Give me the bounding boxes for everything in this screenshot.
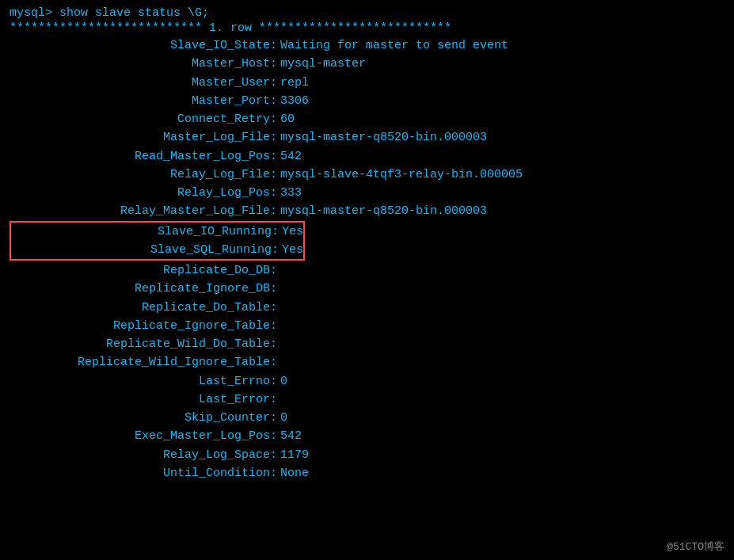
table-row: Connect_Retry: 60 [10,110,724,128]
table-row: Exec_Master_Log_Pos: 542 [10,427,724,445]
field-name: Until_Condition: [10,464,279,482]
field-name: Replicate_Ignore_DB: [10,280,279,298]
field-name: Master_Log_File: [10,128,279,147]
table-row: Replicate_Do_DB: [10,261,724,280]
field-name: Replicate_Wild_Ignore_Table: [10,353,279,371]
table-row: Last_Error: [10,390,724,409]
field-name: Replicate_Do_Table: [10,299,279,317]
table-row: Relay_Log_Space: 1179 [10,446,724,464]
field-value [279,280,280,298]
table-row: Replicate_Wild_Do_Table: [10,335,724,353]
field-value [279,390,280,409]
table-row: Master_Host: mysql-master [10,55,724,73]
field-name: Read_Master_Log_Pos: [10,147,279,166]
field-name: Replicate_Ignore_Table: [10,317,279,335]
table-row: Master_Port: 3306 [10,92,724,110]
field-value [279,335,280,353]
field-value [279,299,280,317]
field-name: Relay_Log_File: [10,166,279,184]
field-name: Replicate_Wild_Do_Table: [10,335,279,353]
table-row: Slave_IO_State: Waiting for master to se… [10,36,724,55]
field-name: Last_Error: [10,390,279,409]
table-row: Skip_Counter: 0 [10,409,724,427]
field-name: Replicate_Do_DB: [10,261,279,280]
table-row: Replicate_Wild_Ignore_Table: [10,353,724,371]
field-value: mysql-slave-4tqf3-relay-bin.000005 [279,166,523,184]
table-row: Master_User: repl [10,74,724,92]
terminal-window: mysql> show slave status \G; ***********… [0,0,734,560]
watermark: @51CTO博客 [667,539,724,554]
field-name: Last_Errno: [10,372,279,390]
table-row: Slave_IO_Running: Yes [11,223,303,241]
field-name: Exec_Master_Log_Pos: [10,427,279,445]
table-row: Last_Errno: 0 [10,372,724,390]
prompt-line: mysql> show slave status \G; [10,6,724,20]
output-container: Slave_IO_State: Waiting for master to se… [10,36,724,482]
field-name: Master_Port: [10,92,279,110]
table-row: Master_Log_File: mysql-master-q8520-bin.… [10,128,724,147]
field-name: Master_User: [10,74,279,92]
field-name: Relay_Master_Log_File: [10,202,279,220]
field-value: Yes [280,223,303,241]
field-value: 333 [279,184,302,202]
field-value [279,261,280,280]
field-value: 3306 [279,92,309,110]
table-row: Slave_SQL_Running: Yes [11,241,303,259]
field-value [279,317,280,335]
field-name: Relay_Log_Pos: [10,184,279,202]
table-row: Replicate_Ignore_Table: [10,317,724,335]
field-value: 542 [279,427,302,445]
field-value: 542 [279,147,302,166]
table-row: Until_Condition: None [10,464,724,482]
field-name: Relay_Log_Space: [10,446,279,464]
field-value: Waiting for master to send event [279,36,508,55]
table-row: Relay_Log_Pos: 333 [10,184,724,202]
field-value: 0 [279,409,287,427]
table-row: Relay_Log_File: mysql-slave-4tqf3-relay-… [10,166,724,184]
field-value: 0 [279,372,287,390]
field-name: Connect_Retry: [10,110,279,128]
table-row: Read_Master_Log_Pos: 542 [10,147,724,166]
field-name: Skip_Counter: [10,409,279,427]
field-value: None [279,464,309,482]
field-value: 1179 [279,446,309,464]
field-value [279,353,280,371]
field-name: Slave_IO_Running: [11,223,280,241]
table-row: Replicate_Ignore_DB: [10,280,724,298]
field-name: Slave_IO_State: [10,36,279,55]
field-name: Master_Host: [10,55,279,73]
field-value: 60 [279,110,295,128]
table-row: Replicate_Do_Table: [10,299,724,317]
field-name: Slave_SQL_Running: [11,241,280,259]
table-row: Relay_Master_Log_File: mysql-master-q852… [10,202,724,220]
field-value: mysql-master [279,55,366,73]
field-value: repl [279,74,309,92]
field-value: mysql-master-q8520-bin.000003 [279,128,487,147]
separator-line: *************************** 1. row *****… [10,21,724,35]
field-value: mysql-master-q8520-bin.000003 [279,202,487,220]
field-value: Yes [280,241,303,259]
